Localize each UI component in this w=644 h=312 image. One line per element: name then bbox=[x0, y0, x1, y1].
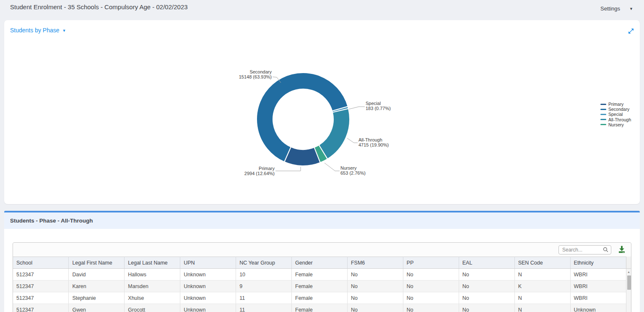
column-header-gender[interactable]: Gender bbox=[292, 257, 348, 269]
table-cell: N bbox=[514, 269, 570, 281]
legend-label: Primary bbox=[608, 102, 623, 107]
table-cell: Female bbox=[292, 281, 348, 292]
section-body: SchoolLegal First NameLegal Last NameUPN… bbox=[4, 229, 640, 312]
search-box bbox=[558, 245, 611, 254]
legend-item-secondary[interactable]: Secondary bbox=[600, 107, 631, 112]
table-cell: David bbox=[69, 269, 125, 281]
table-cell: No bbox=[403, 292, 459, 304]
table-cell: Unknown bbox=[180, 269, 236, 281]
table-toolbar bbox=[13, 243, 631, 257]
table-cell: 512347 bbox=[13, 269, 69, 281]
table-cell: No bbox=[347, 292, 403, 304]
slice-label: 183 (0.77%) bbox=[366, 106, 391, 111]
slice-label: 4715 (19.90%) bbox=[358, 142, 389, 147]
scrollbar-thumb[interactable] bbox=[627, 275, 631, 290]
table-cell: Female bbox=[292, 292, 348, 304]
scrollbar-corner bbox=[626, 257, 631, 269]
donut-slice-all-through[interactable] bbox=[319, 109, 350, 159]
legend-marker bbox=[600, 104, 606, 105]
table-cell: No bbox=[403, 269, 459, 281]
legend-item-primary[interactable]: Primary bbox=[600, 102, 631, 107]
table-cell: WBRI bbox=[570, 269, 626, 281]
table-row[interactable]: 512347GwenGrocottUnknown11FemaleNoNoNoNU… bbox=[13, 304, 626, 312]
table-cell: 512347 bbox=[13, 292, 69, 304]
caret-down-icon: ▼ bbox=[62, 28, 66, 33]
search-input[interactable] bbox=[558, 245, 611, 254]
table-row[interactable]: 512347KarenMarsdenUnknown9FemaleNoNoNoKW… bbox=[13, 281, 626, 292]
table-cell: N bbox=[514, 304, 570, 312]
table-cell: 11 bbox=[236, 304, 292, 312]
legend-label: Nursery bbox=[608, 122, 624, 127]
column-header-eal[interactable]: EAL bbox=[459, 257, 514, 269]
page-title: Student Enrolment - 35 Schools - Compuls… bbox=[10, 3, 188, 10]
table-cell: No bbox=[459, 304, 514, 312]
table-cell: Unknown bbox=[180, 281, 236, 292]
slice-label: Primary bbox=[259, 166, 275, 171]
slice-label: Nursery bbox=[340, 165, 357, 170]
table-cell: WBRI bbox=[570, 281, 626, 292]
slice-label: 15148 (63.93%) bbox=[239, 74, 272, 79]
slice-label: 2994 (12.64%) bbox=[244, 171, 275, 176]
legend-item-nursery[interactable]: Nursery bbox=[600, 122, 631, 127]
legend-item-special[interactable]: Special bbox=[600, 112, 631, 117]
table-cell: Marsden bbox=[125, 281, 180, 292]
scrollbar-track[interactable]: ▲ bbox=[626, 269, 631, 312]
table-cell: 512347 bbox=[13, 304, 69, 312]
legend-label: Secondary bbox=[608, 107, 629, 112]
legend-label: Special bbox=[608, 112, 623, 117]
table-cell: Hallows bbox=[125, 269, 180, 281]
column-header-ethnicity[interactable]: Ethnicity bbox=[570, 257, 626, 269]
column-header-sen-code[interactable]: SEN Code bbox=[514, 257, 570, 269]
table-cell: No bbox=[459, 269, 514, 281]
scroll-up-arrow-icon[interactable]: ▲ bbox=[626, 269, 631, 273]
expand-icon[interactable] bbox=[628, 28, 634, 34]
download-icon bbox=[618, 245, 626, 254]
column-header-nc-year-group[interactable]: NC Year Group bbox=[236, 257, 292, 269]
legend-item-all-through[interactable]: All-Through bbox=[600, 117, 631, 122]
column-header-pp[interactable]: PP bbox=[403, 257, 459, 269]
slice-label: 653 (2.76%) bbox=[340, 170, 366, 176]
label-connector bbox=[347, 138, 358, 143]
table-cell: Unknown bbox=[180, 292, 236, 304]
column-header-school[interactable]: School bbox=[13, 257, 69, 269]
column-header-legal-first-name[interactable]: Legal First Name bbox=[69, 257, 125, 269]
legend-marker bbox=[600, 109, 606, 110]
section-header: Students - Phase - All-Through bbox=[4, 212, 640, 229]
donut-chart: Primary2994 (12.64%)Secondary15148 (63.9… bbox=[4, 20, 640, 204]
table-cell: Unknown bbox=[570, 304, 626, 312]
download-button[interactable] bbox=[616, 244, 627, 255]
slice-label: All-Through bbox=[358, 137, 382, 142]
slice-label: Special bbox=[366, 101, 381, 106]
column-header-legal-last-name[interactable]: Legal Last Name bbox=[125, 257, 180, 269]
label-connector bbox=[325, 163, 340, 171]
table-cell: No bbox=[347, 304, 403, 312]
settings-button[interactable]: Settings ▼ bbox=[600, 5, 633, 12]
table-cell: 11 bbox=[236, 292, 292, 304]
table-cell: 10 bbox=[236, 269, 292, 281]
chart-title-dropdown[interactable]: Students by Phase ▼ bbox=[10, 27, 66, 34]
legend-marker bbox=[600, 114, 606, 115]
column-header-upn[interactable]: UPN bbox=[180, 257, 236, 269]
table-cell: Unknown bbox=[180, 304, 236, 312]
table-row[interactable]: 512347DavidHallowsUnknown10FemaleNoNoNoN… bbox=[13, 269, 626, 281]
legend-marker bbox=[600, 124, 606, 125]
table-vertical-scrollbar[interactable]: ▲ bbox=[626, 257, 631, 312]
table-row[interactable]: 512347StephanieXhulseUnknown11FemaleNoNo… bbox=[13, 292, 626, 304]
students-table: SchoolLegal First NameLegal Last NameUPN… bbox=[13, 242, 631, 312]
column-header-fsm6[interactable]: FSM6 bbox=[347, 257, 403, 269]
settings-label: Settings bbox=[600, 5, 620, 12]
table-cell: N bbox=[514, 292, 570, 304]
table-header: SchoolLegal First NameLegal Last NameUPN… bbox=[13, 257, 626, 269]
caret-down-icon: ▼ bbox=[629, 7, 633, 11]
legend-marker bbox=[600, 119, 606, 120]
table-cell: 9 bbox=[236, 281, 292, 292]
table-cell: No bbox=[403, 281, 459, 292]
slice-label: Secondary bbox=[249, 69, 272, 74]
table-cell: Stephanie bbox=[69, 292, 125, 304]
table-cell: No bbox=[347, 269, 403, 281]
table-cell: Karen bbox=[69, 281, 125, 292]
label-connector bbox=[349, 107, 365, 109]
legend-label: All-Through bbox=[608, 117, 631, 122]
table-cell: No bbox=[403, 304, 459, 312]
table-cell: Gwen bbox=[69, 304, 125, 312]
